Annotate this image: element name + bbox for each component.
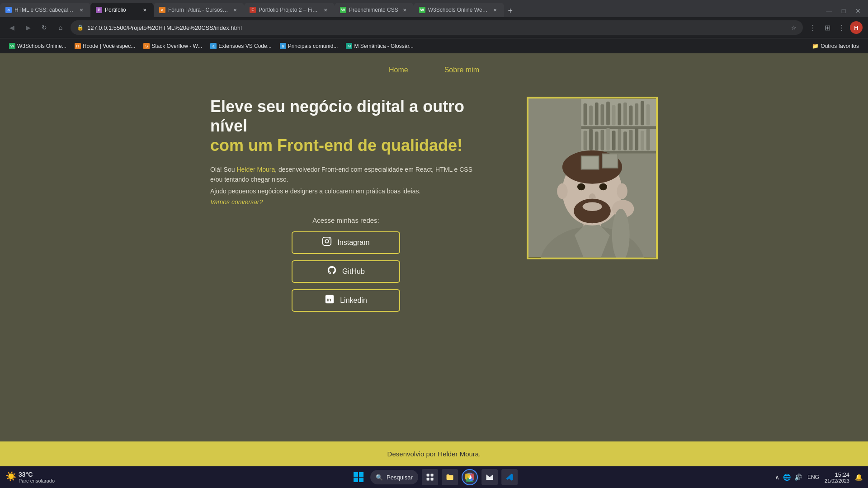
vscode-button[interactable] (501, 469, 518, 485)
tab-2[interactable]: P Portifolio ✕ (90, 3, 154, 17)
svg-rect-49 (354, 472, 358, 477)
tab-3[interactable]: a Fórum | Alura - Cursos online de... ✕ (154, 3, 244, 17)
tab-2-close[interactable]: ✕ (141, 6, 148, 14)
bookmark-folder-outros[interactable]: 📁 Outros favoritos (808, 41, 863, 51)
tab-6-favicon: W (419, 7, 425, 13)
browser-chrome: a HTML e CSS: cabeçalho, footer e... ✕ P… (0, 0, 868, 53)
close-button[interactable]: ✕ (852, 5, 864, 17)
bookmark-communities[interactable]: a Principais comunid... (276, 41, 342, 51)
github-button[interactable]: GitHub (292, 260, 400, 283)
tab-6[interactable]: W W3Schools Online Web Tutorials ✕ (414, 3, 504, 17)
new-tab-button[interactable]: + (504, 5, 517, 17)
instagram-icon (322, 236, 332, 249)
cta-link[interactable]: Vamos conversar? (210, 198, 481, 206)
footer-text: Desenvolvio por Helder Moura. (387, 450, 481, 458)
system-clock[interactable]: 15:24 21/02/2023 (825, 471, 849, 483)
bookmark-vscode[interactable]: a Extensões VS Code... (207, 41, 275, 51)
start-button[interactable] (350, 469, 367, 485)
tab-5[interactable]: W Preenchimento CSS ✕ (335, 3, 414, 17)
weather-temperature: 33°C (19, 471, 55, 478)
svg-point-1 (326, 240, 329, 243)
extensions-button[interactable]: ⋮ (807, 21, 819, 34)
desc-name: Helder Moura (236, 166, 275, 173)
chrome-button[interactable] (462, 469, 478, 485)
bookmark-star-icon[interactable]: ☆ (791, 24, 797, 31)
svg-rect-11 (606, 102, 610, 126)
tab-1[interactable]: a HTML e CSS: cabeçalho, footer e... ✕ (0, 3, 90, 17)
profile-photo-frame (527, 97, 658, 259)
taskbar-search[interactable]: 🔍 Pesquisar (370, 470, 418, 484)
hero-description-2: Ajudo pequenos negócios e designers a co… (210, 186, 481, 196)
home-button[interactable]: ⌂ (54, 21, 67, 34)
instagram-label: Instagram (337, 239, 369, 247)
portfolio-site: Home Sobre mim Eleve seu negócio digital… (0, 53, 868, 466)
site-footer: Desenvolvio por Helder Moura. (0, 441, 868, 466)
svg-rect-48 (602, 154, 618, 168)
tab-5-close[interactable]: ✕ (401, 6, 408, 14)
tab-2-title: Portifolio (105, 7, 138, 13)
social-title: Acesse minhas redes: (210, 216, 481, 224)
maximize-button[interactable]: □ (837, 5, 850, 17)
github-icon (327, 265, 337, 277)
taskbar-right: ∧ 🌐 🔊 ENG 15:24 21/02/2023 🔔 (775, 471, 863, 483)
tab-5-favicon: W (340, 7, 346, 13)
profile-button[interactable]: H (850, 21, 863, 34)
url-bar[interactable]: 🔒 127.0.0.1:5500/Projeto%20HTML%20e%20CS… (71, 20, 803, 35)
url-action-icons: ☆ (791, 24, 797, 31)
tab-5-title: Preenchimento CSS (349, 7, 398, 13)
svg-point-38 (557, 183, 567, 199)
lock-icon: 🔒 (77, 24, 84, 31)
github-label: GitHub (342, 267, 365, 276)
site-navigation: Home Sobre mim (0, 53, 868, 83)
svg-rect-27 (623, 131, 627, 150)
tab-3-title: Fórum | Alura - Cursos online de... (168, 7, 229, 13)
svg-rect-17 (641, 101, 644, 125)
svg-rect-13 (618, 103, 621, 126)
tab-1-close[interactable]: ✕ (78, 6, 85, 14)
minimize-button[interactable]: ─ (823, 5, 835, 17)
bookmark-vscode-favicon: a (210, 43, 217, 49)
svg-rect-25 (612, 131, 616, 150)
desc-prefix: Olá! Sou (210, 166, 236, 173)
volume-icon[interactable]: 🔊 (794, 474, 802, 481)
tab-4-close[interactable]: ✕ (322, 6, 329, 14)
tab-bar: a HTML e CSS: cabeçalho, footer e... ✕ P… (0, 0, 868, 17)
bookmark-w3schools[interactable]: W W3Schools Online... (5, 41, 70, 51)
svg-point-39 (617, 183, 627, 199)
mail-button[interactable] (481, 469, 498, 485)
forward-button[interactable]: ▶ (22, 21, 34, 34)
bookmark-hcode[interactable]: H Hcode | Você espec... (71, 41, 139, 51)
svg-rect-50 (359, 472, 363, 477)
svg-rect-19 (581, 126, 656, 129)
tab-6-close[interactable]: ✕ (491, 6, 499, 14)
reload-button[interactable]: ↻ (38, 21, 51, 34)
content-right (527, 97, 658, 259)
instagram-button[interactable]: Instagram (292, 231, 400, 254)
settings-button[interactable]: ⋮ (835, 21, 848, 34)
tab-3-close[interactable]: ✕ (231, 6, 239, 14)
bookmark-stackoverflow[interactable]: S Stack Overflow - W... (140, 41, 206, 51)
chevron-up-icon[interactable]: ∧ (775, 474, 779, 481)
content-left: Eleve seu negócio digital a outro nível … (210, 97, 481, 312)
task-view-button[interactable] (422, 469, 438, 485)
nav-about[interactable]: Sobre mim (444, 66, 479, 74)
hero-description: Olá! Sou Helder Moura, desenvolvedor Fro… (210, 164, 481, 185)
search-label: Pesquisar (387, 474, 413, 481)
network-icon[interactable]: 🌐 (783, 474, 791, 481)
svg-rect-30 (641, 131, 644, 150)
file-explorer-button[interactable] (442, 469, 458, 485)
svg-rect-26 (618, 129, 621, 150)
svg-rect-0 (323, 237, 331, 245)
linkedin-button[interactable]: in Linkedin (292, 289, 400, 312)
headline-line2: com um Front-end de qualidade! (210, 136, 462, 155)
tab-4[interactable]: F Portfolio Projeto 2 – Figma ✕ (244, 3, 335, 17)
svg-point-44 (583, 202, 602, 211)
bookmark-sem-label: M Semântica - Glossár... (354, 43, 413, 49)
zoom-button[interactable]: ⊞ (821, 21, 834, 34)
svg-point-40 (577, 183, 585, 191)
notification-icon[interactable]: 🔔 (855, 474, 863, 481)
nav-home[interactable]: Home (389, 66, 408, 74)
bookmark-semantica[interactable]: M M Semântica - Glossár... (342, 41, 417, 51)
back-button[interactable]: ◀ (5, 21, 18, 34)
weather-icon: ☀️ (5, 471, 17, 482)
